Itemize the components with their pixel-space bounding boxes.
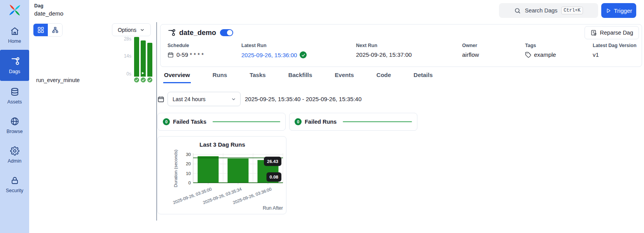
success-check-icon[interactable]	[147, 77, 152, 82]
search-input[interactable]: Search Dags Ctrl+K	[499, 3, 598, 18]
time-range-value: Last 24 hours	[173, 96, 206, 102]
dag-run-duration-bars	[134, 37, 152, 77]
success-check-icon	[300, 51, 307, 58]
dag-run-bar[interactable]	[141, 40, 146, 77]
sidebar-item-browse[interactable]: Browse	[0, 110, 29, 140]
dag-title-row: date_demo	[167, 28, 233, 37]
dag-run-bar[interactable]	[198, 156, 219, 183]
dag-tabs: Overview Runs Tasks Backfills Events Cod…	[163, 70, 433, 83]
calendar-icon	[168, 52, 174, 58]
failed-runs-card[interactable]: 0 Failed Runs	[289, 113, 417, 131]
tab-events[interactable]: Events	[334, 70, 354, 83]
dag-run-bar[interactable]	[134, 37, 139, 77]
header-actions: Search Dags Ctrl+K Trigger	[499, 3, 636, 18]
gear-icon	[10, 146, 19, 156]
failed-tasks-count-badge: 0	[163, 118, 170, 125]
sidebar-item-assets[interactable]: Assets	[0, 81, 29, 110]
duration-axis-tick: 14s	[111, 53, 131, 59]
grid-panel: Options 28s 14s 0s run_every_minute	[29, 21, 156, 233]
sidebar-item-label: Dags	[9, 69, 20, 74]
dag-run-bar[interactable]	[228, 158, 249, 183]
chevron-down-icon	[140, 27, 145, 33]
trigger-button[interactable]: Trigger	[601, 3, 636, 18]
breadcrumb: Dag date_demo	[34, 3, 63, 17]
tab-runs[interactable]: Runs	[212, 70, 228, 83]
info-schedule: Schedule 0-59 * * * *	[168, 43, 204, 58]
reparse-icon	[590, 30, 597, 36]
view-toggle	[33, 23, 63, 37]
sidebar: Home Dags Assets Browse	[0, 0, 29, 233]
failed-tasks-card[interactable]: 0 Failed Tasks	[157, 113, 286, 131]
tab-backfills[interactable]: Backfills	[288, 70, 313, 83]
task-name[interactable]: run_every_minute	[36, 77, 80, 83]
sidebar-item-home[interactable]: Home	[0, 20, 29, 50]
sidebar-item-dags[interactable]: Dags	[0, 50, 29, 81]
tab-overview[interactable]: Overview	[163, 70, 191, 83]
dag-title: date_demo	[179, 29, 216, 37]
success-check-icon[interactable]	[134, 77, 139, 82]
reparse-dag-button[interactable]: Reparse Dag	[585, 26, 639, 39]
info-latest-run: Latest Run 2025-09-26, 15:36:00	[241, 43, 307, 58]
graph-view-button[interactable]	[48, 24, 62, 36]
duration-bar-chart: Last 3 Dag Runs Duration (seconds) 01020…	[158, 137, 286, 214]
svg-text:26.43: 26.43	[267, 159, 278, 164]
keyboard-shortcut-badge: Ctrl+K	[561, 7, 583, 14]
task-instance-row	[134, 77, 152, 82]
duration-axis-tick: 28s	[111, 36, 131, 42]
svg-text:0.08: 0.08	[270, 175, 279, 179]
sidebar-item-label: Admin	[8, 158, 21, 164]
top-header: Dag date_demo Search Dags Ctrl+K Trigger	[29, 0, 644, 21]
sidebar-item-label: Assets	[7, 99, 22, 105]
options-button[interactable]: Options	[112, 23, 151, 36]
breadcrumb-section: Dag	[34, 3, 63, 9]
dag-header-card: date_demo Reparse Dag Schedule 0-59 * * …	[160, 24, 642, 67]
svg-text:0: 0	[188, 180, 191, 185]
lock-icon	[10, 176, 19, 185]
time-range-text: 2025-09-25, 15:35:40 - 2025-09-26, 15:35…	[245, 96, 361, 102]
tab-details[interactable]: Details	[413, 70, 433, 83]
success-check-icon[interactable]	[141, 77, 146, 82]
svg-text:20: 20	[186, 161, 191, 166]
dag-icon	[10, 56, 19, 66]
breadcrumb-current: date_demo	[34, 10, 63, 17]
trigger-label: Trigger	[614, 7, 632, 14]
sidebar-item-security[interactable]: Security	[0, 170, 29, 199]
search-icon	[514, 7, 521, 14]
dag-run-bar[interactable]	[147, 43, 152, 77]
chevron-down-icon	[231, 96, 236, 102]
tag-icon	[525, 52, 531, 58]
sidebar-item-label: Home	[8, 39, 21, 44]
home-icon	[10, 26, 19, 36]
options-label: Options	[118, 27, 136, 33]
duration-axis-tick: 0s	[111, 71, 131, 77]
graph-icon	[52, 26, 59, 33]
tab-tasks[interactable]: Tasks	[249, 70, 266, 83]
trend-line	[343, 121, 412, 123]
reparse-label: Reparse Dag	[600, 30, 633, 36]
sidebar-item-label: Security	[6, 188, 23, 193]
sidebar-item-admin[interactable]: Admin	[0, 140, 29, 170]
dag-pause-toggle[interactable]	[220, 29, 233, 36]
failed-runs-count-badge: 0	[295, 118, 302, 125]
play-icon	[142, 72, 144, 74]
svg-text:30: 30	[186, 152, 191, 157]
tag-value[interactable]: example	[534, 51, 556, 58]
grid-view-button[interactable]	[33, 24, 48, 36]
airflow-pinwheel-icon	[9, 4, 21, 16]
tab-code[interactable]: Code	[376, 70, 392, 83]
info-owner: Owner airflow	[462, 43, 479, 58]
info-latest-dag-version: Latest Dag Version v1	[593, 43, 637, 58]
chart-x-axis-name: Run After	[263, 205, 283, 211]
last-dag-runs-chart-card: Last 3 Dag Runs Duration (seconds) 01020…	[157, 136, 286, 214]
globe-icon	[10, 117, 19, 126]
svg-text:10: 10	[186, 171, 191, 176]
time-range-select[interactable]: Last 24 hours	[168, 92, 241, 106]
calendar-icon	[157, 96, 164, 103]
airflow-logo[interactable]	[0, 0, 29, 20]
sidebar-item-label: Browse	[7, 129, 23, 134]
sidebar-nav: Home Dags Assets Browse	[0, 20, 29, 199]
latest-run-link[interactable]: 2025-09-26, 15:36:00	[241, 52, 297, 58]
time-range-filter: Last 24 hours 2025-09-25, 15:35:40 - 202…	[157, 92, 361, 106]
dag-icon	[167, 28, 175, 37]
play-icon	[606, 8, 611, 14]
